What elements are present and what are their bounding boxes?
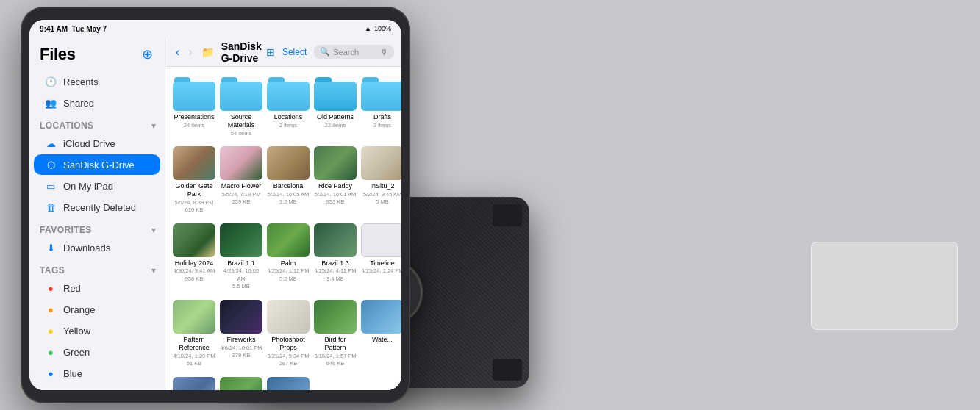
sidebar-item-tag-orange[interactable]: ● Orange xyxy=(34,299,160,320)
file-item-fireworks[interactable]: Fireworks 4/6/24, 10:01 PM378 KB xyxy=(218,297,264,371)
file-name: Pattern Reference xyxy=(173,336,215,352)
file-name: Source Materials xyxy=(220,113,262,129)
folder-title: SanDisk G-Drive xyxy=(221,40,262,64)
file-item-brazil13[interactable]: Brazil 1.3 4/25/24, 4:12 PM3.4 MB xyxy=(312,220,358,294)
back-button[interactable]: ‹ xyxy=(173,46,182,59)
file-name: Rice Paddy xyxy=(318,182,352,190)
grid-view-button[interactable]: ⊞ xyxy=(266,46,275,58)
file-meta: 4/28/24, 10:05 AM5.5 MB xyxy=(220,267,262,291)
file-item-pattern-ref[interactable]: Pattern Reference 4/10/24, 1:23 PM51 KB xyxy=(171,297,217,371)
microphone-icon[interactable]: 🎙 xyxy=(380,48,388,57)
file-name: Photoshoot Props xyxy=(267,336,310,352)
file-item-fern[interactable]: Fern 22 xyxy=(218,374,264,390)
folder-item-source[interactable]: Source Materials 54 items xyxy=(218,74,264,140)
sidebar-item-tag-blue[interactable]: ● Blue xyxy=(34,363,160,384)
file-name: Timeline xyxy=(370,259,395,267)
file-name: Wate... xyxy=(372,336,393,344)
sidebar-item-tag-green[interactable]: ● Green xyxy=(34,342,160,362)
file-item-holiday[interactable]: Holiday 2024 4/30/24, 9:41 AM958 KB xyxy=(171,220,217,294)
file-item-water[interactable]: Wate... xyxy=(360,297,401,371)
file-thumbnail xyxy=(220,146,262,180)
file-name: Brazil 1.1 xyxy=(227,259,255,267)
sidebar-item-ipad[interactable]: ▭ On My iPad xyxy=(34,176,160,196)
file-thumbnail xyxy=(220,223,262,257)
file-item-photoshoot[interactable]: Photoshoot Props 3/21/24, 5:34 PM287 KB xyxy=(265,297,311,371)
file-thumbnail xyxy=(314,146,357,180)
hdd-corner xyxy=(493,359,522,381)
file-item-brazil11[interactable]: Brazil 1.1 4/28/24, 10:05 AM5.5 MB xyxy=(218,220,264,294)
file-grid: Presentations 24 items Source Materials … xyxy=(165,67,401,390)
file-item-insitu2[interactable]: InSitu_2 5/2/24, 9:45 AM5 MB xyxy=(360,143,401,217)
locations-section: Locations ▾ ☁ iCloud Drive ⬡ SanDisk G-D… xyxy=(29,118,165,217)
chevron-down-icon: ▾ xyxy=(151,121,156,131)
sidebar-item-recents[interactable]: 🕐 Recents xyxy=(34,71,160,92)
sidebar-item-tag-red[interactable]: ● Red xyxy=(34,278,160,298)
favorites-header: Favorites ▾ xyxy=(29,222,165,237)
sidebar-item-label: Blue xyxy=(63,368,82,379)
sidebar-item-tag-yellow[interactable]: ● Yellow xyxy=(34,320,160,341)
file-name: Fireworks xyxy=(226,336,255,344)
file-item-rice[interactable]: Rice Paddy 5/2/24, 10:01 AM953 KB xyxy=(312,143,358,217)
file-item-bird[interactable]: Bird for Pattern 3/18/24, 1:57 PM848 KB xyxy=(312,297,358,371)
icloud-icon: ☁ xyxy=(44,137,57,150)
file-thumbnail xyxy=(267,377,310,390)
sidebar: Files ⊕ 🕐 Recents 👥 Shared xyxy=(29,37,165,390)
file-thumbnail xyxy=(361,146,401,180)
folder-item-presentations[interactable]: Presentations 24 items xyxy=(171,74,217,140)
hdd-corner xyxy=(493,204,522,226)
sidebar-item-tag-purple[interactable]: ● Purple xyxy=(34,384,160,390)
sidebar-item-shared[interactable]: 👥 Shared xyxy=(34,93,160,113)
file-name: Drafts xyxy=(373,113,391,121)
file-meta: 4/25/24, 1:12 PM5.2 MB xyxy=(267,267,309,283)
file-name: Palm xyxy=(281,259,296,267)
search-bar[interactable]: 🔍 Search 🎙 xyxy=(314,45,394,59)
file-thumbnail xyxy=(267,146,310,180)
file-thumbnail xyxy=(267,223,310,257)
file-item-golden[interactable]: Golden Gate Park 5/5/24, 9:39 PM610 KB xyxy=(171,143,217,217)
file-item-barcelona[interactable]: Barcelona 5/2/24, 10:05 AM3.2 MB xyxy=(265,143,311,217)
sidebar-item-label: Recents xyxy=(63,76,99,87)
sidebar-item-label: Purple xyxy=(63,389,91,391)
file-meta: 5/5/24, 7:19 PM259 KB xyxy=(222,191,261,206)
file-thumbnail xyxy=(361,223,401,257)
folder-item-drafts[interactable]: Drafts 3 items xyxy=(360,74,401,140)
main-content: ‹ › 📁 SanDisk G-Drive ⊞ Select 🔍 Search … xyxy=(165,37,401,390)
sidebar-item-label: Green xyxy=(63,347,90,358)
tags-header: Tags ▾ xyxy=(29,262,165,277)
file-item-palm[interactable]: Palm 4/25/24, 1:12 PM5.2 MB xyxy=(265,220,311,294)
file-meta: 4/10/24, 1:23 PM51 KB xyxy=(173,353,215,368)
file-item-tha[interactable]: Tha... xyxy=(265,374,311,390)
sidebar-item-sandisk[interactable]: ⬡ SanDisk G-Drive xyxy=(34,154,160,175)
tag-purple-icon: ● xyxy=(44,388,57,390)
favorites-section: Favorites ▾ ⬇ Downloads xyxy=(29,222,165,258)
file-name: Brazil 1.3 xyxy=(321,259,349,267)
tags-label: Tags xyxy=(40,265,65,276)
file-meta: 3/18/24, 1:57 PM848 KB xyxy=(314,353,356,368)
sidebar-item-downloads[interactable]: ⬇ Downloads xyxy=(34,237,160,258)
file-item-flower[interactable]: Macro Flower 5/5/24, 7:19 PM259 KB xyxy=(218,143,264,217)
chevron-down-icon: ▾ xyxy=(151,225,156,235)
sidebar-item-deleted[interactable]: 🗑 Recently Deleted xyxy=(34,197,160,217)
ipad-screen: 9:41 AM Tue May 7 ▲ 100% Files ⊕ 🕐 Rec xyxy=(29,20,401,390)
file-thumbnail xyxy=(267,300,310,334)
sidebar-item-label: Recently Deleted xyxy=(63,202,136,213)
file-meta: 5/2/24, 10:05 AM3.2 MB xyxy=(268,191,310,206)
folder-item-old-patterns[interactable]: Old Patterns 22 items xyxy=(312,74,358,140)
file-name: Bird for Pattern xyxy=(314,336,357,352)
file-name: Presentations xyxy=(174,113,214,121)
select-button[interactable]: Select xyxy=(279,46,310,59)
file-thumbnail xyxy=(173,300,215,334)
file-item-argentina[interactable]: Argentina xyxy=(171,374,217,390)
add-button[interactable]: ⊕ xyxy=(138,46,156,63)
file-meta: 54 items xyxy=(231,130,251,138)
file-name: Macro Flower xyxy=(221,182,262,190)
folder-item-locations[interactable]: Locations 2 items xyxy=(265,74,311,140)
drive-icon: ⬡ xyxy=(44,158,57,171)
tag-yellow-icon: ● xyxy=(44,324,57,337)
folder-icon xyxy=(314,77,357,111)
sidebar-item-icloud[interactable]: ☁ iCloud Drive xyxy=(34,133,160,154)
file-item-timeline[interactable]: Timeline 4/23/24, 1:24 PM xyxy=(360,220,401,294)
file-meta: 5/5/24, 9:39 PM610 KB xyxy=(175,199,214,215)
ipad-icon: ▭ xyxy=(44,179,57,193)
file-thumbnail xyxy=(173,146,215,180)
